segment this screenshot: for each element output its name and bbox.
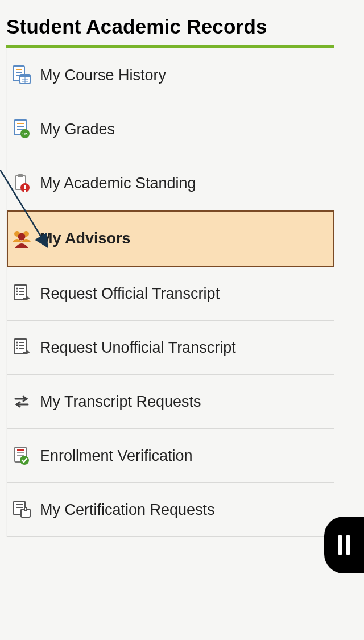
academic-standing-icon (11, 173, 32, 193)
doc-check-icon (11, 445, 32, 466)
menu-item-request-unofficial-transcript[interactable]: Request Unofficial Transcript (7, 321, 334, 375)
svg-point-28 (16, 294, 18, 295)
svg-point-24 (16, 288, 18, 290)
menu-item-label: My Advisors (40, 230, 131, 247)
svg-point-26 (16, 291, 18, 292)
page-title: Student Academic Records (6, 15, 334, 38)
swap-arrows-icon (11, 391, 32, 412)
svg-point-31 (16, 342, 18, 344)
menu-item-label: My Course History (40, 67, 166, 84)
svg-point-35 (16, 348, 18, 349)
svg-rect-5 (20, 75, 30, 77)
svg-rect-18 (24, 185, 26, 189)
menu-item-label: My Academic Standing (40, 175, 196, 192)
menu-item-label: Request Unofficial Transcript (40, 339, 236, 357)
svg-rect-46 (24, 507, 27, 510)
svg-rect-16 (18, 174, 23, 177)
transcript-out-icon (11, 283, 32, 304)
menu-item-grades[interactable]: 95 My Grades (7, 102, 334, 156)
menu-item-label: My Certification Requests (40, 501, 215, 519)
menu-item-advisors[interactable]: My Advisors (7, 210, 334, 267)
svg-point-22 (18, 233, 26, 240)
menu-item-label: My Transcript Requests (40, 393, 201, 411)
menu-item-certification-requests[interactable]: My Certification Requests (7, 483, 334, 537)
menu-item-label: Enrollment Verification (40, 447, 193, 465)
advisors-icon (11, 229, 32, 249)
menu-item-label: My Grades (40, 121, 115, 138)
menu-item-transcript-requests[interactable]: My Transcript Requests (7, 375, 334, 429)
menu-item-enrollment-verification[interactable]: Enrollment Verification (7, 429, 334, 483)
transcript-out-icon (11, 337, 32, 358)
menu-item-course-history[interactable]: My Course History (7, 48, 334, 102)
course-history-icon (11, 65, 32, 85)
grades-icon: 95 (11, 119, 32, 139)
svg-text:95: 95 (23, 131, 28, 137)
svg-rect-19 (24, 190, 26, 192)
side-pill-button[interactable] (324, 517, 364, 573)
cert-request-icon (11, 499, 32, 520)
menu-item-label: Request Official Transcript (40, 285, 220, 303)
menu-item-academic-standing[interactable]: My Academic Standing (7, 156, 334, 210)
pause-icon (338, 535, 350, 555)
menu: My Course History 95 My Grades (6, 48, 334, 537)
svg-point-33 (16, 345, 18, 346)
menu-item-request-official-transcript[interactable]: Request Official Transcript (7, 267, 334, 321)
